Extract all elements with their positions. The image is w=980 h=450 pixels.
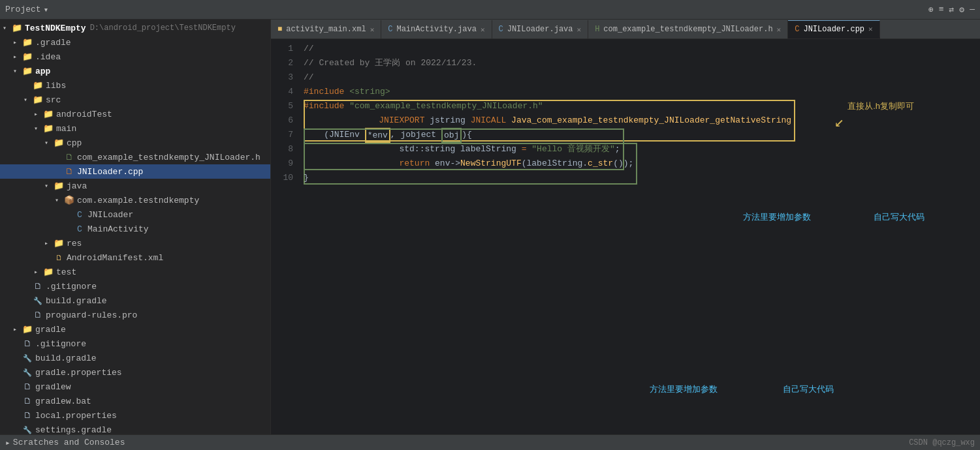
tab-mainactivity-java[interactable]: C MainActivity.java ✕: [381, 20, 492, 38]
sidebar-item-res[interactable]: ▸ 📁 res: [0, 236, 270, 250]
sidebar-item-jniloader-h[interactable]: ▸ 🗋 com_example_testndkempty_JNILoader.h: [0, 150, 270, 164]
arrow-icon: ▾: [34, 125, 43, 132]
xml-file-icon: 🗋: [54, 252, 64, 263]
tab-label: JNILoader.cpp: [803, 25, 864, 34]
arrow-icon: ▾: [55, 196, 64, 204]
sidebar-item-src[interactable]: ▾ 📁 src: [0, 93, 270, 107]
tab-close-icon[interactable]: ✕: [370, 25, 375, 34]
tab-jniloader-java[interactable]: C JNILoader.java ✕: [492, 20, 589, 38]
sidebar-item-cpp-folder[interactable]: ▾ 📁 cpp: [0, 136, 270, 150]
tab-activity-main-xml[interactable]: ■ activity_main.xml ✕: [271, 20, 381, 38]
project-name: TestNDKEmpty: [25, 23, 86, 33]
editor-content: 1 2 3 4 5 6 7 8 9 10 //: [271, 39, 980, 188]
item-label: .gradle: [35, 38, 71, 48]
project-menu[interactable]: Project ▾: [5, 5, 48, 15]
scratches-link[interactable]: ▸ Scratches and Consoles: [5, 438, 125, 448]
item-label: androidTest: [56, 110, 112, 119]
arrow-icon: ▾: [3, 24, 12, 32]
tab-close-icon[interactable]: ✕: [868, 25, 873, 33]
scratches-label: Scratches and Consoles: [13, 438, 125, 447]
include-str: <string>: [349, 85, 390, 99]
sidebar-item-gitignore-root[interactable]: ▸ 🗋 .gitignore: [0, 337, 270, 351]
sidebar-item-idea[interactable]: ▸ 📁 .idea: [0, 50, 270, 64]
code-lines: // // Created by 王学岗 on 2022/11/23. // #…: [300, 42, 795, 185]
arrow-icon: ▾: [24, 96, 33, 104]
comment: // Created by 王学岗 on 2022/11/23.: [304, 56, 477, 70]
code-line-3: //: [304, 70, 795, 85]
sidebar-item-proguard[interactable]: ▸ 🗋 proguard-rules.pro: [0, 308, 270, 322]
tab-jniloader-h[interactable]: H com_example_testndkempty_JNILoader.h ✕: [588, 20, 788, 38]
sidebar-item-gradlew[interactable]: ▸ 🗋 gradlew: [0, 380, 270, 394]
item-label: gradlew: [35, 382, 71, 392]
comment: //: [304, 42, 314, 56]
item-label: gradlew.bat: [35, 397, 91, 406]
sidebar-item-libs[interactable]: ▸ 📁 libs: [0, 78, 270, 93]
minimize-icon[interactable]: —: [970, 5, 975, 15]
item-label: .gitignore: [35, 339, 86, 349]
sidebar-item-androidmanifest[interactable]: ▸ 🗋 AndroidManifest.xml: [0, 250, 270, 265]
folder-icon: 📁: [33, 80, 43, 91]
annotation-code: 自己写大代码: [874, 211, 925, 223]
file-icon: 🗋: [22, 382, 33, 392]
type: jstring: [430, 115, 470, 125]
item-label: app: [35, 67, 50, 76]
sidebar-item-test[interactable]: ▸ 📁 test: [0, 265, 270, 279]
file-icon: 🗋: [22, 338, 33, 349]
keyword: #include: [304, 85, 349, 99]
editor-area[interactable]: 1 2 3 4 5 6 7 8 9 10 //: [271, 39, 980, 434]
sidebar-item-androidtest[interactable]: ▸ 📁 androidTest: [0, 107, 270, 121]
item-label: .gitignore: [46, 282, 97, 292]
gear-icon[interactable]: ⚙: [959, 5, 964, 15]
item-label: gradle: [35, 325, 66, 335]
java-icon: C: [499, 25, 503, 34]
java-file-icon: C: [74, 209, 85, 220]
swap-icon[interactable]: ⇄: [949, 5, 955, 15]
scratches-icon: ▸: [5, 438, 10, 448]
arrow-icon: ▸: [34, 110, 43, 118]
sidebar-item-jniloader-java[interactable]: ▸ C JNILoader: [0, 207, 270, 222]
sidebar-item-gradlew-bat[interactable]: ▸ 🗋 gradlew.bat: [0, 394, 270, 408]
brace: }: [304, 171, 309, 185]
sidebar-item-gradle-folder[interactable]: ▸ 📁 gradle: [0, 322, 270, 337]
sidebar-item-package[interactable]: ▾ 📦 com.example.testndkempty: [0, 193, 270, 207]
sidebar-item-project-root[interactable]: ▾ 📁 TestNDKEmpty D:\android_project\Test…: [0, 21, 270, 35]
sidebar-item-java-folder[interactable]: ▾ 📁 java: [0, 179, 270, 193]
folder-icon: 📁: [12, 23, 22, 33]
arrow-icon: ▸: [34, 268, 43, 276]
item-label: proguard-rules.pro: [46, 310, 137, 320]
sidebar-item-gradle-hidden[interactable]: ▸ 📁 .gradle: [0, 35, 270, 50]
cpp-icon: C: [795, 25, 799, 34]
item-label: java: [67, 181, 87, 191]
folder-icon: 📁: [43, 123, 54, 134]
credit-label: CSDN @qczg_wxg: [909, 438, 975, 447]
sidebar-item-gitignore-app[interactable]: ▸ 🗋 .gitignore: [0, 279, 270, 293]
editor-container: ■ activity_main.xml ✕ C MainActivity.jav…: [271, 20, 980, 434]
list-icon[interactable]: ≡: [939, 5, 944, 15]
sidebar-item-jniloader-cpp[interactable]: ▸ 🗋 JNILoader.cpp: [0, 164, 270, 179]
item-label: libs: [46, 81, 66, 91]
sidebar-item-buildgradle-app[interactable]: ▸ 🔧 build.gradle: [0, 293, 270, 308]
sidebar-item-app[interactable]: ▾ 📁 app: [0, 64, 270, 78]
h-file-icon: 🗋: [64, 152, 74, 162]
item-label: cpp: [67, 138, 82, 148]
xml-icon: ■: [277, 25, 282, 34]
tab-close-icon[interactable]: ✕: [577, 25, 582, 34]
code-line-6: JNIEXPORT jstring JNICALL Java_com_examp…: [304, 113, 795, 128]
tab-jniloader-cpp[interactable]: C JNILoader.cpp ✕: [788, 20, 879, 38]
folder-icon: 📁: [54, 181, 64, 191]
add-icon[interactable]: ⊕: [928, 5, 934, 15]
arrow-icon: ▸: [13, 53, 22, 61]
sidebar-item-mainactivity[interactable]: ▸ C MainActivity: [0, 222, 270, 236]
java-file-icon: C: [74, 224, 85, 234]
sidebar-item-settings-gradle[interactable]: ▸ 🔧 settings.gradle: [0, 423, 270, 434]
arrow-icon: ▸: [13, 38, 22, 46]
sidebar-item-gradle-properties[interactable]: ▸ 🔧 gradle.properties: [0, 365, 270, 380]
sidebar-item-main[interactable]: ▾ 📁 main: [0, 121, 270, 136]
tab-close-icon[interactable]: ✕: [481, 25, 485, 34]
sidebar-item-local-properties[interactable]: ▸ 🗋 local.properties: [0, 408, 270, 423]
arrow-icon: ▾: [44, 139, 54, 147]
arrow-icon: ▸: [44, 239, 54, 247]
item-label: main: [56, 124, 76, 134]
tab-close-icon[interactable]: ✕: [777, 25, 782, 34]
sidebar-item-buildgradle-root[interactable]: ▸ 🔧 build.gradle: [0, 351, 270, 365]
